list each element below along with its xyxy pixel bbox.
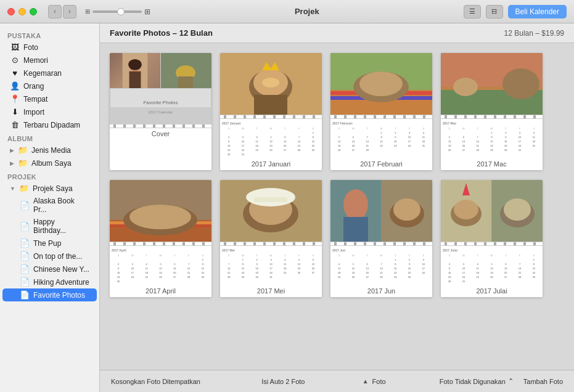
foto-tidak-label: Foto Tidak Digunakan (440, 378, 506, 385)
calendar-item-jan[interactable]: 2017 Januari SMTWTFS 1 2345678 910111213… (220, 53, 322, 170)
sidebar-item-favorite[interactable]: 📄 Favorite Photos (2, 288, 97, 301)
view-toggle-button[interactable]: ⊟ (486, 5, 503, 18)
spiral-cover (110, 124, 211, 128)
calendar-item-jun[interactable]: 2017 Jun SMTWTFS 123 45678910 1112131415… (330, 180, 432, 297)
mei-grid: 2017 Mei SMTWTFS 123456 78910111213 1415… (220, 246, 322, 285)
sidebar-item-tempat[interactable]: 📍 Tempat (2, 92, 97, 105)
sidebar-label-chinese: Chinese New Y... (33, 265, 89, 274)
apr-grid: 2017 April SMTWTFS 1 2345678 91011121314… (110, 246, 211, 285)
sidebar-label-terbaru: Terbaru Dipadam (23, 121, 89, 129)
zoom-thumb[interactable] (117, 8, 125, 15)
grid-icon: ⊞ (85, 8, 90, 15)
feb-photo (330, 53, 432, 115)
alaska-icon: 📄 (20, 201, 30, 210)
sidebar-item-happy[interactable]: 📄 Happy Birthday... (2, 216, 97, 237)
minimize-button[interactable] (18, 8, 26, 15)
svg-point-42 (343, 189, 368, 220)
mei-label: 2017 Mei (220, 285, 322, 297)
close-button[interactable] (7, 8, 15, 15)
jan-label: 2017 Januari (220, 158, 322, 170)
svg-point-26 (502, 68, 539, 99)
isi-auto-button[interactable]: Isi Auto 2 Foto (258, 377, 308, 386)
jun-grid: 2017 Jun SMTWTFS 123 45678910 1112131415… (330, 246, 432, 285)
sidebar-item-alaska[interactable]: 📄 Alaska Book Pr... (2, 195, 97, 216)
expand-album-icon: ▶ (10, 160, 14, 166)
sidebar-label-favorite: Favorite Photos (33, 291, 89, 300)
sidebar-label-tempat: Tempat (23, 95, 89, 104)
import-icon: ⬇ (10, 107, 20, 116)
beli-kalender-button[interactable]: Beli Kalender (508, 5, 567, 18)
jan-photo (220, 53, 322, 115)
calendar-item-feb[interactable]: 2017 Februari SMTWTFS 1234 567891011 121… (330, 53, 432, 170)
mac-grid: 2017 Mac SMTWTFS 1234 567891011 12131415… (441, 119, 543, 158)
calendar-item-mac[interactable]: 2017 Mac SMTWTFS 1234 567891011 12131415… (441, 53, 543, 170)
apr-photo (110, 180, 211, 242)
calendar-row-2: 2017 April SMTWTFS 1 2345678 91011121314… (110, 180, 564, 297)
sidebar-label-album-saya: Album Saya (31, 159, 89, 168)
kosongkan-button[interactable]: Kosongkan Foto Ditempatkan (107, 377, 204, 386)
foto-tidak-digunakan-button[interactable]: Foto Tidak Digunakan ⌃ (440, 377, 514, 385)
chinese-icon: 📄 (20, 264, 30, 274)
sidebar-item-album-saya[interactable]: ▶ 📁 Album Saya (2, 157, 97, 169)
sidebar-item-projek-saya[interactable]: ▼ 📁 Projek Saya (2, 182, 97, 195)
sidebar: Pustaka 🖼 Foto ⊙ Memori ♥ Kegemaran 👤 Or… (0, 23, 100, 392)
calendar-row-1: Favorite Photos 2017 Calendar Cover (110, 53, 564, 170)
svg-text:2017 Calendar: 2017 Calendar (149, 110, 173, 114)
expand-projek-icon: ▼ (10, 186, 15, 192)
happy-icon: 📄 (20, 222, 30, 231)
sidebar-section-projek: Projek (0, 169, 99, 182)
sidebar-item-pup[interactable]: 📄 The Pup (2, 237, 97, 250)
projek-folder-icon: 📁 (19, 184, 29, 193)
foto-up-arrow[interactable]: ▲ (363, 378, 369, 385)
spiral-mei (220, 242, 322, 246)
mei-photo (220, 180, 322, 242)
julai-label: 2017 Julai (441, 285, 543, 297)
chevron-up-icon: ⌃ (508, 377, 514, 385)
spiral-julai (441, 242, 543, 246)
sidebar-item-ontop[interactable]: 📄 On top of the... (2, 250, 97, 263)
sidebar-item-kegemaran[interactable]: ♥ Kegemaran (2, 67, 97, 80)
sidebar-item-hiking[interactable]: 📄 Hiking Adventure (2, 276, 97, 288)
back-button[interactable]: ‹ (48, 5, 62, 18)
zoom-track[interactable] (92, 10, 142, 13)
ontop-icon: 📄 (20, 251, 30, 261)
sidebar-item-chinese[interactable]: 📄 Chinese New Y... (2, 263, 97, 276)
album-saya-icon: 📁 (18, 158, 28, 168)
calendar-grid: Favorite Photos 2017 Calendar Cover (100, 43, 574, 370)
sidebar-label-projek-saya: Projek Saya (33, 184, 89, 193)
svg-rect-3 (129, 71, 141, 88)
sidebar-item-foto[interactable]: 🖼 Foto (2, 41, 97, 54)
sidebar-item-import[interactable]: ⬇ Import (2, 105, 97, 118)
main-layout: Pustaka 🖼 Foto ⊙ Memori ♥ Kegemaran 👤 Or… (0, 23, 574, 392)
julai-grid: 2017 Julai SMTWTFS 1 2345678 91011121314… (441, 246, 543, 285)
svg-rect-38 (254, 197, 287, 202)
sidebar-item-jenis-media[interactable]: ▶ 📁 Jenis Media (2, 144, 97, 157)
svg-text:Favorite Photos: Favorite Photos (143, 100, 178, 105)
sidebar-section-library: Pustaka (0, 28, 99, 41)
foto-icon: 🖼 (10, 43, 20, 52)
tambah-foto-button[interactable]: Tambah Foto (520, 377, 567, 386)
sidebar-item-orang[interactable]: 👤 Orang (2, 80, 97, 92)
feb-grid: 2017 Februari SMTWTFS 1234 567891011 121… (330, 119, 432, 158)
sidebar-section-album: Album (0, 131, 99, 144)
sidebar-label-pup: The Pup (33, 239, 89, 248)
calendar-item-apr[interactable]: 2017 April SMTWTFS 1 2345678 91011121314… (110, 180, 211, 297)
mac-label: 2017 Mac (441, 158, 543, 170)
maximize-button[interactable] (30, 8, 37, 15)
foto-label: Foto (372, 378, 386, 385)
bottom-bar: Kosongkan Foto Ditempatkan Isi Auto 2 Fo… (100, 370, 574, 392)
person-icon: 👤 (10, 81, 20, 91)
svg-point-45 (393, 198, 420, 221)
titlebar: ‹ › ⊞ ⊞ Projek ☰ ⊟ Beli Kalender (0, 0, 574, 23)
sidebar-toggle-button[interactable]: ☰ (464, 5, 481, 18)
forward-button[interactable]: › (63, 5, 76, 18)
titlebar-right: ☰ ⊟ Beli Kalender (464, 5, 567, 18)
calendar-item-julai[interactable]: 2017 Julai SMTWTFS 1 2345678 91011121314… (441, 180, 543, 297)
cover-photo: Favorite Photos 2017 Calendar (110, 53, 211, 124)
sidebar-item-terbaru[interactable]: 🗑 Terbaru Dipadam (2, 118, 97, 131)
svg-point-15 (262, 78, 279, 88)
sidebar-item-memori[interactable]: ⊙ Memori (2, 54, 97, 67)
calendar-item-cover[interactable]: Favorite Photos 2017 Calendar Cover (110, 53, 211, 170)
calendar-item-mei[interactable]: 2017 Mei SMTWTFS 123456 78910111213 1415… (220, 180, 322, 297)
jan-grid: 2017 Januari SMTWTFS 1 2345678 910111213… (220, 119, 322, 158)
